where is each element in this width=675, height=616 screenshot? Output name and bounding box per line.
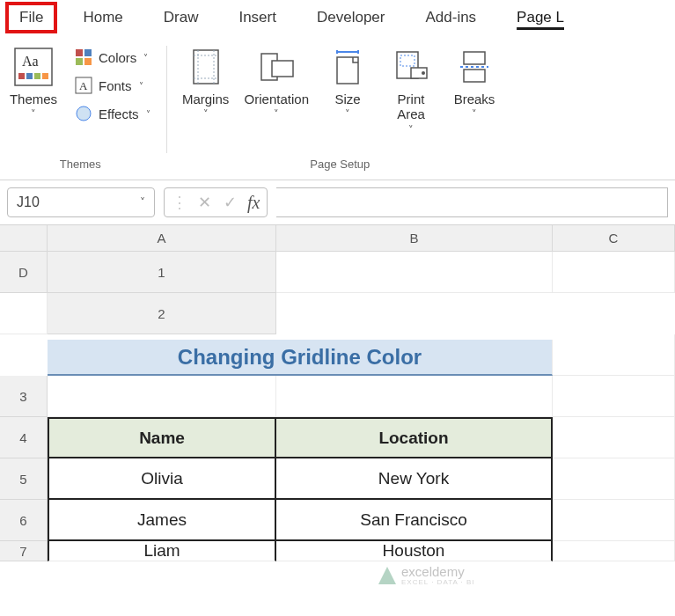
breaks-icon <box>453 46 495 88</box>
table-row[interactable]: Houston <box>276 541 553 561</box>
cancel-formula-button[interactable]: ✕ <box>196 193 213 212</box>
svg-point-12 <box>77 106 91 121</box>
table-row[interactable]: James <box>48 500 276 541</box>
colors-icon <box>74 48 93 67</box>
cell-d4[interactable] <box>553 417 675 458</box>
orientation-label: Orientation <box>245 92 309 106</box>
row-header-2[interactable]: 2 <box>48 293 276 334</box>
cell-d5[interactable] <box>553 458 675 500</box>
tab-page-layout[interactable]: Page L <box>502 1 579 34</box>
svg-text:Aa: Aa <box>22 54 39 69</box>
cell-d6[interactable] <box>553 500 675 541</box>
enter-formula-button[interactable]: ✓ <box>222 193 238 212</box>
table-row[interactable]: San Francisco <box>276 500 553 541</box>
col-header-a[interactable]: A <box>48 225 276 252</box>
tab-file[interactable]: File <box>5 2 57 33</box>
svg-rect-5 <box>42 73 48 79</box>
svg-text:A: A <box>79 79 88 92</box>
fonts-button[interactable]: A Fonts ˅ <box>67 72 158 99</box>
ribbon: Aa Themes ˅ <box>0 35 675 176</box>
formula-bar-controls: ⋮ ✕ ✓ fx <box>164 187 268 217</box>
chevron-down-icon: ˅ <box>143 53 148 62</box>
table-row[interactable]: Liam <box>48 541 276 561</box>
watermark-sub: EXCEL · DATA · BI <box>401 578 475 586</box>
svg-rect-2 <box>18 73 25 79</box>
tab-addins[interactable]: Add-ins <box>410 1 491 34</box>
spreadsheet-grid: A B C D 1 2 Changing Gridline Color 3 4 … <box>0 225 675 561</box>
themes-label: Themes <box>10 92 57 106</box>
print-area-label: Print Area <box>397 92 425 122</box>
watermark-text: exceldemy <box>401 565 475 578</box>
svg-rect-23 <box>337 57 358 84</box>
fx-icon[interactable]: fx <box>247 193 260 213</box>
name-box[interactable]: J10 ˅ <box>7 187 155 217</box>
print-area-button[interactable]: Print Area ˅ <box>381 40 441 137</box>
row-header-6[interactable]: 6 <box>0 500 48 541</box>
formula-input[interactable] <box>276 187 668 217</box>
fonts-label: Fonts <box>99 78 132 93</box>
effects-icon <box>74 104 93 123</box>
ribbon-divider <box>166 46 167 153</box>
row-header-1[interactable]: 1 <box>48 252 276 293</box>
margins-icon <box>185 46 227 88</box>
cell-d7[interactable] <box>553 541 675 561</box>
chevron-down-icon: ˅ <box>146 109 150 119</box>
cell-a1[interactable] <box>276 252 553 293</box>
cell-d3[interactable] <box>553 376 675 417</box>
watermark-logo-icon <box>378 567 396 584</box>
table-header-name[interactable]: Name <box>48 417 276 458</box>
colors-label: Colors <box>99 50 136 65</box>
margins-label: Margins <box>182 92 229 106</box>
cell-c3[interactable] <box>276 376 553 417</box>
themes-button[interactable]: Aa Themes ˅ <box>4 40 63 121</box>
col-header-b[interactable]: B <box>276 225 553 252</box>
table-row[interactable]: New York <box>276 458 553 500</box>
chevron-down-icon: ˅ <box>408 124 414 136</box>
effects-button[interactable]: Effects ˅ <box>67 100 158 127</box>
svg-rect-25 <box>400 55 415 66</box>
svg-rect-7 <box>84 49 92 56</box>
chevron-down-icon: ˅ <box>472 108 477 120</box>
row-header-3[interactable]: 3 <box>0 376 48 417</box>
cell-b3[interactable] <box>48 376 276 417</box>
orientation-button[interactable]: Orientation ˅ <box>239 40 314 121</box>
themes-icon: Aa <box>12 46 55 88</box>
ribbon-group-label-page-setup: Page Setup <box>310 154 370 176</box>
ribbon-group-label-themes: Themes <box>60 154 101 176</box>
tab-home[interactable]: Home <box>68 1 137 34</box>
svg-rect-29 <box>464 70 485 82</box>
chevron-down-icon: ˅ <box>345 108 350 120</box>
breaks-button[interactable]: Breaks ˅ <box>444 40 504 121</box>
cell-b1[interactable] <box>553 252 675 293</box>
tab-insert[interactable]: Insert <box>224 1 291 34</box>
table-header-location[interactable]: Location <box>276 417 553 458</box>
svg-rect-9 <box>84 58 92 65</box>
size-icon <box>326 46 369 88</box>
chevron-down-icon: ˅ <box>31 108 36 120</box>
row-header-4[interactable]: 4 <box>0 417 48 458</box>
cell-c1[interactable] <box>0 293 48 334</box>
ribbon-group-page-setup: Margins ˅ Orientation ˅ <box>172 40 508 176</box>
chevron-down-icon: ˅ <box>274 108 279 120</box>
size-button[interactable]: Size ˅ <box>318 40 378 121</box>
title-cell[interactable]: Changing Gridline Color <box>48 340 553 376</box>
watermark: exceldemy EXCEL · DATA · BI <box>378 565 475 586</box>
row-header-5[interactable]: 5 <box>0 458 48 500</box>
tab-draw[interactable]: Draw <box>149 1 214 34</box>
col-header-c[interactable]: C <box>553 225 675 252</box>
chevron-down-icon: ˅ <box>203 108 209 120</box>
breaks-label: Breaks <box>454 92 495 106</box>
colors-button[interactable]: Colors ˅ <box>67 44 158 70</box>
select-all-corner[interactable] <box>0 225 48 252</box>
table-row[interactable]: Olivia <box>48 458 276 500</box>
margins-button[interactable]: Margins ˅ <box>176 40 236 121</box>
effects-label: Effects <box>99 106 139 121</box>
tab-developer[interactable]: Developer <box>302 1 400 34</box>
col-header-d[interactable]: D <box>0 252 48 293</box>
row-header-7[interactable]: 7 <box>0 541 48 561</box>
chevron-down-icon: ˅ <box>140 196 145 209</box>
cell-d2[interactable] <box>553 334 675 376</box>
print-area-icon <box>390 46 432 88</box>
svg-rect-19 <box>272 61 293 77</box>
svg-rect-4 <box>34 73 40 79</box>
